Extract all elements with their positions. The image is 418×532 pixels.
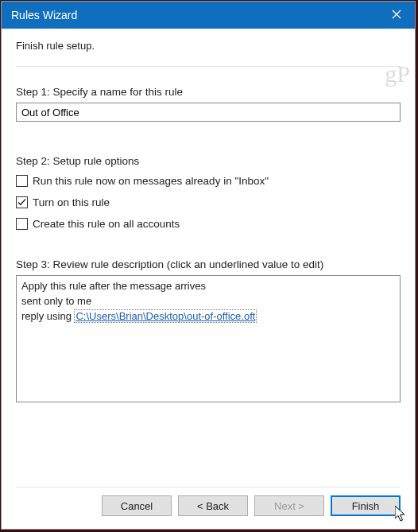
step1-label: Step 1: Specify a name for this rule [16, 86, 401, 98]
option-all-accounts[interactable]: Create this rule on all accounts [16, 218, 401, 230]
description-text: reply using [21, 310, 74, 322]
dialog-footer: Cancel < Back Next > Finish [16, 476, 401, 521]
description-line: Apply this rule after the message arrive… [21, 279, 395, 294]
close-button[interactable] [378, 2, 415, 29]
close-icon [392, 9, 401, 21]
instruction-text: Finish rule setup. [16, 40, 401, 52]
divider [16, 66, 401, 67]
rule-description-box: Apply this rule after the message arrive… [16, 275, 401, 402]
watermark: gP [385, 60, 410, 87]
back-button[interactable]: < Back [178, 495, 248, 516]
step3-label: Step 3: Review rule description (click a… [16, 258, 401, 270]
template-path-link[interactable]: C:\Users\Brian\Desktop\out-of-office.oft [74, 309, 257, 323]
footer-divider [16, 487, 401, 487]
cancel-button[interactable]: Cancel [102, 495, 172, 516]
rules-wizard-dialog: Rules Wizard gP Finish rule setup. Step … [1, 1, 416, 530]
next-button: Next > [254, 495, 324, 516]
checkbox-icon [16, 218, 28, 230]
option-run-now[interactable]: Run this rule now on messages already in… [16, 175, 401, 187]
window-title: Rules Wizard [11, 9, 77, 21]
titlebar: Rules Wizard [2, 2, 415, 29]
rule-name-input[interactable] [16, 103, 401, 122]
option-turn-on[interactable]: Turn on this rule [16, 196, 401, 208]
step2-label: Step 2: Setup rule options [16, 155, 401, 167]
option-label: Create this rule on all accounts [33, 218, 180, 230]
checkbox-icon [16, 196, 28, 208]
finish-button[interactable]: Finish [331, 495, 401, 516]
option-label: Run this rule now on messages already in… [33, 175, 269, 187]
option-label: Turn on this rule [33, 196, 110, 208]
description-line: reply using C:\Users\Brian\Desktop\out-o… [21, 309, 395, 324]
button-row: Cancel < Back Next > Finish [16, 495, 401, 521]
description-line: sent only to me [21, 294, 395, 309]
checkbox-icon [16, 175, 28, 187]
dialog-body: gP Finish rule setup. Step 1: Specify a … [2, 29, 415, 529]
